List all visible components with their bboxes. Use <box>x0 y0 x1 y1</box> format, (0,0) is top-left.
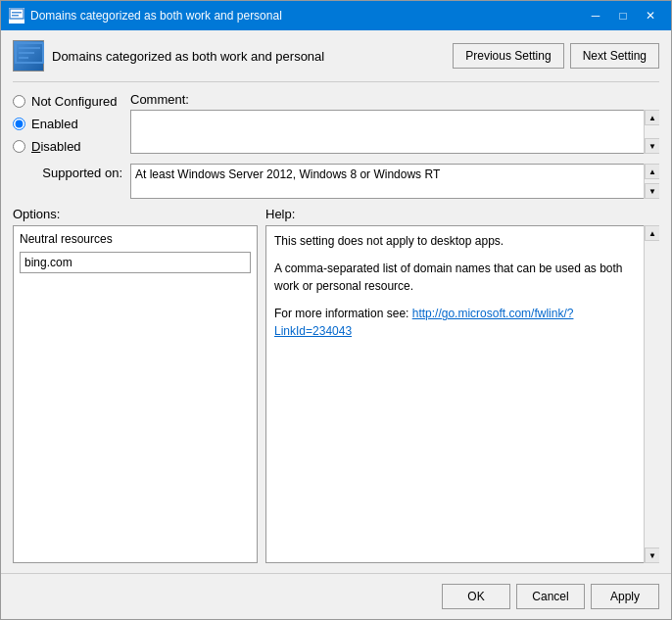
options-label: Options: <box>13 207 265 221</box>
previous-setting-button[interactable]: Previous Setting <box>453 43 563 69</box>
svg-rect-1 <box>12 12 22 14</box>
apply-button[interactable]: Apply <box>591 584 659 609</box>
not-configured-radio-label[interactable]: Not Configured <box>13 94 130 109</box>
help-label: Help: <box>265 207 659 221</box>
svg-rect-4 <box>19 47 40 49</box>
minimize-button[interactable]: ─ <box>583 5 608 26</box>
header-row: Domains categorized as both work and per… <box>13 40 659 82</box>
svg-rect-5 <box>19 52 34 54</box>
svg-rect-6 <box>19 57 28 59</box>
title-bar: Domains categorized as both work and per… <box>1 1 671 30</box>
comment-scroll-up[interactable]: ▲ <box>645 110 659 125</box>
not-configured-radio[interactable] <box>13 95 25 108</box>
supported-scroll-up[interactable]: ▲ <box>645 164 659 179</box>
next-setting-button[interactable]: Next Setting <box>570 43 659 69</box>
options-panel: Neutral resources <box>13 225 258 563</box>
help-text-line2: A comma-separated list of domain names t… <box>274 260 637 295</box>
help-panel-container: This setting does not apply to desktop a… <box>265 225 659 563</box>
not-configured-label: Not Configured <box>31 94 117 109</box>
supported-box-container: At least Windows Server 2012, Windows 8 … <box>130 164 659 199</box>
comment-label: Comment: <box>130 92 659 107</box>
header-icon <box>13 40 44 72</box>
svg-rect-2 <box>12 15 19 17</box>
supported-label: Supported on: <box>13 164 130 180</box>
comment-scroll-track <box>645 125 659 138</box>
supported-value: At least Windows Server 2012, Windows 8 … <box>130 164 659 199</box>
options-panel-label: Neutral resources <box>20 232 251 246</box>
header-title: Domains categorized as both work and per… <box>52 49 453 64</box>
enabled-radio[interactable] <box>13 118 25 130</box>
disabled-radio-label[interactable]: Disabled <box>13 139 130 154</box>
window-icon <box>9 8 24 24</box>
comment-box-container: ▲ ▼ <box>130 110 659 154</box>
supported-scrollbar: ▲ ▼ <box>644 164 659 199</box>
help-text-line1: This setting does not apply to desktop a… <box>274 232 637 250</box>
svg-rect-0 <box>10 9 24 19</box>
maximize-button[interactable]: □ <box>610 5 636 26</box>
help-scroll-track <box>645 241 659 548</box>
disabled-label: Disabled <box>31 139 81 154</box>
close-button[interactable]: ✕ <box>638 5 663 26</box>
neutral-resources-input[interactable] <box>20 252 251 273</box>
disabled-radio[interactable] <box>13 140 25 153</box>
content-area: Domains categorized as both work and per… <box>1 30 671 573</box>
bottom-bar: OK Cancel Apply <box>1 573 671 619</box>
supported-scroll-down[interactable]: ▼ <box>645 183 659 199</box>
help-panel: This setting does not apply to desktop a… <box>265 225 659 563</box>
comment-section: Comment: ▲ ▼ <box>130 92 659 154</box>
radio-group: Not Configured Enabled Disabled <box>13 92 130 154</box>
comment-textarea[interactable] <box>130 110 659 154</box>
radio-comment-row: Not Configured Enabled Disabled Comment: <box>13 92 659 154</box>
help-scrollbar: ▲ ▼ <box>644 225 659 563</box>
options-help-row: Neutral resources This setting does not … <box>13 225 659 563</box>
title-bar-controls: ─ □ ✕ <box>583 5 663 26</box>
cancel-button[interactable]: Cancel <box>516 584 585 609</box>
help-scroll-up[interactable]: ▲ <box>645 225 659 241</box>
help-text-line3: For more information see: http://go.micr… <box>274 305 637 340</box>
header-buttons: Previous Setting Next Setting <box>453 43 659 69</box>
comment-scroll-down[interactable]: ▼ <box>645 138 659 154</box>
options-help-labels: Options: Help: <box>13 207 659 221</box>
help-scroll-down[interactable]: ▼ <box>645 548 659 563</box>
enabled-label: Enabled <box>31 117 78 131</box>
title-bar-text: Domains categorized as both work and per… <box>30 9 583 23</box>
enabled-radio-label[interactable]: Enabled <box>13 117 130 131</box>
main-body: Not Configured Enabled Disabled Comment: <box>13 92 659 563</box>
comment-scrollbar: ▲ ▼ <box>644 110 659 154</box>
ok-button[interactable]: OK <box>442 584 510 609</box>
help-link[interactable]: http://go.microsoft.com/fwlink/?LinkId=2… <box>274 307 573 338</box>
supported-row: Supported on: At least Windows Server 20… <box>13 164 659 199</box>
main-window: Domains categorized as both work and per… <box>0 0 672 620</box>
